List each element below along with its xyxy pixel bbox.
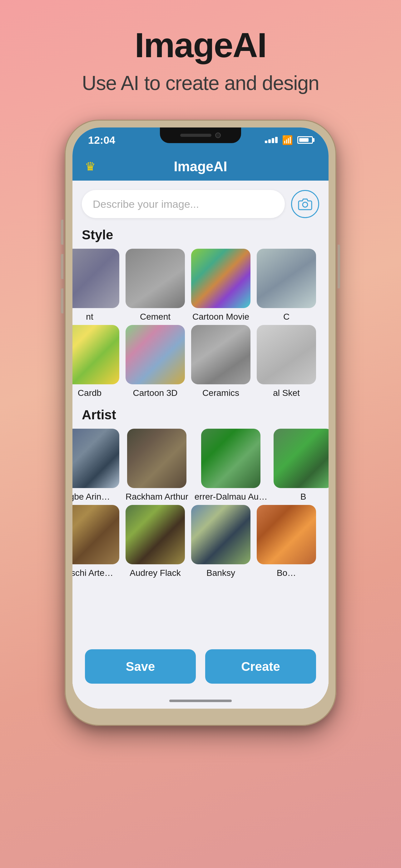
- artist-item-audrey[interactable]: Audrey Flack: [126, 505, 185, 578]
- style-label: Style: [72, 227, 329, 243]
- style-name-ceramics: Ceramics: [202, 388, 239, 398]
- signal-bar-3: [272, 138, 274, 143]
- style-thumb-cardboard: [72, 325, 119, 384]
- artist-thumb-audrey: [126, 505, 185, 564]
- signal-bar-1: [265, 141, 267, 143]
- style-item-cardboard[interactable]: Cardb: [72, 325, 119, 398]
- artist-item-aste[interactable]: eschi Arte…: [72, 505, 119, 578]
- style-row-2: Cardb Cartoon 3D Ceramics al Sket: [72, 325, 329, 398]
- artist-item-bo[interactable]: Bo…: [257, 505, 316, 578]
- artist-name-ferrer: errer-Dalmau Au…: [195, 492, 267, 502]
- style-item-cartoon-movie[interactable]: Cartoon Movie: [191, 249, 250, 322]
- style-thumb-charcoal: [257, 325, 316, 384]
- artist-row-1: gbe Arin… Rackham Arthur errer-Dalmau Au…: [72, 429, 329, 502]
- status-time: 12:04: [88, 134, 115, 146]
- app-header-title: ImageAI: [174, 159, 227, 174]
- artist-thumb-ferrer: [201, 429, 261, 488]
- style-name-cartoon3d: Cartoon 3D: [133, 388, 177, 398]
- camera-icon: [298, 198, 312, 210]
- style-thumb-cartoon3d: [126, 325, 185, 384]
- front-camera: [215, 132, 221, 138]
- artist-name-b: B: [300, 492, 306, 502]
- style-name-nt: nt: [86, 312, 93, 322]
- artist-name-audrey: Audrey Flack: [130, 568, 180, 578]
- style-thumb-cement: [126, 249, 185, 308]
- artist-row-2: eschi Arte… Audrey Flack Banksy Bo…: [72, 505, 329, 578]
- page-subtitle: Use AI to create and design: [82, 71, 319, 95]
- artist-thumb-aste: [72, 505, 119, 564]
- search-placeholder: Describe your image...: [93, 198, 199, 210]
- artist-item-b[interactable]: B: [274, 429, 329, 502]
- artist-thumb-bo: [257, 505, 316, 564]
- artist-item-arinze[interactable]: gbe Arin…: [72, 429, 119, 502]
- create-button[interactable]: Create: [205, 649, 316, 684]
- signal-icon: [265, 137, 278, 143]
- search-bar-container: Describe your image...: [72, 190, 329, 218]
- wifi-icon: 📶: [282, 135, 293, 145]
- phone-frame: 12:04 📶 ♛ ImageAI: [65, 120, 336, 726]
- style-item-cartoon3d[interactable]: Cartoon 3D: [126, 325, 185, 398]
- search-bar[interactable]: Describe your image...: [82, 190, 285, 218]
- artist-item-rackham[interactable]: Rackham Arthur: [126, 429, 188, 502]
- style-item-cement[interactable]: Cement: [126, 249, 185, 322]
- artist-thumb-banksy: [191, 505, 250, 564]
- battery-fill: [299, 138, 308, 142]
- style-thumb-nt: [72, 249, 119, 308]
- app-header: ♛ ImageAI: [72, 153, 329, 181]
- artist-item-ferrer[interactable]: errer-Dalmau Au…: [195, 429, 267, 502]
- style-thumb-c: [257, 249, 316, 308]
- artist-item-banksy[interactable]: Banksy: [191, 505, 250, 578]
- signal-bar-4: [275, 137, 278, 143]
- page-title: ImageAI: [135, 25, 266, 65]
- style-thumb-ceramics: [191, 325, 250, 384]
- style-item-ceramics[interactable]: Ceramics: [191, 325, 250, 398]
- svg-point-0: [303, 202, 308, 207]
- status-bar: 12:04 📶: [72, 127, 329, 153]
- status-icons: 📶: [265, 135, 313, 145]
- artist-thumb-b: [274, 429, 329, 488]
- app-content: Describe your image... Style nt: [72, 181, 329, 709]
- artist-name-aste: eschi Arte…: [72, 568, 113, 578]
- style-name-cardboard: Cardb: [78, 388, 101, 398]
- speaker-grille: [180, 134, 211, 137]
- artist-label: Artist: [72, 407, 329, 423]
- battery-icon: [297, 136, 313, 144]
- artist-name-banksy: Banksy: [206, 568, 235, 578]
- style-thumb-cartoon-movie: [191, 249, 250, 308]
- bottom-buttons: Save Create: [72, 640, 329, 693]
- style-item-c[interactable]: C: [257, 249, 316, 322]
- notch: [160, 127, 241, 143]
- camera-button[interactable]: [291, 190, 319, 218]
- style-name-cement: Cement: [140, 312, 170, 322]
- style-section: Style nt Cement Cartoon Movie: [72, 227, 329, 401]
- phone-screen: 12:04 📶 ♛ ImageAI: [72, 127, 329, 709]
- style-item-charcoal[interactable]: al Sket: [257, 325, 316, 398]
- crown-icon[interactable]: ♛: [85, 160, 96, 174]
- artist-section: Artist gbe Arin… Rackham Arthur errer-Da…: [72, 407, 329, 581]
- style-row-1: nt Cement Cartoon Movie C: [72, 249, 329, 322]
- artist-name-arinze: gbe Arin…: [72, 492, 110, 502]
- style-name-c: C: [283, 312, 290, 322]
- home-indicator: [72, 693, 329, 709]
- artist-thumb-rackham: [127, 429, 187, 488]
- save-button[interactable]: Save: [85, 649, 196, 684]
- signal-bar-2: [268, 140, 271, 143]
- artist-thumb-arinze: [72, 429, 119, 488]
- style-name-cartoon-movie: Cartoon Movie: [192, 312, 249, 322]
- artist-name-rackham: Rackham Arthur: [126, 492, 188, 502]
- style-name-charcoal: al Sket: [273, 388, 300, 398]
- home-bar: [169, 700, 232, 702]
- style-item-nt[interactable]: nt: [72, 249, 119, 322]
- artist-name-bo: Bo…: [277, 568, 296, 578]
